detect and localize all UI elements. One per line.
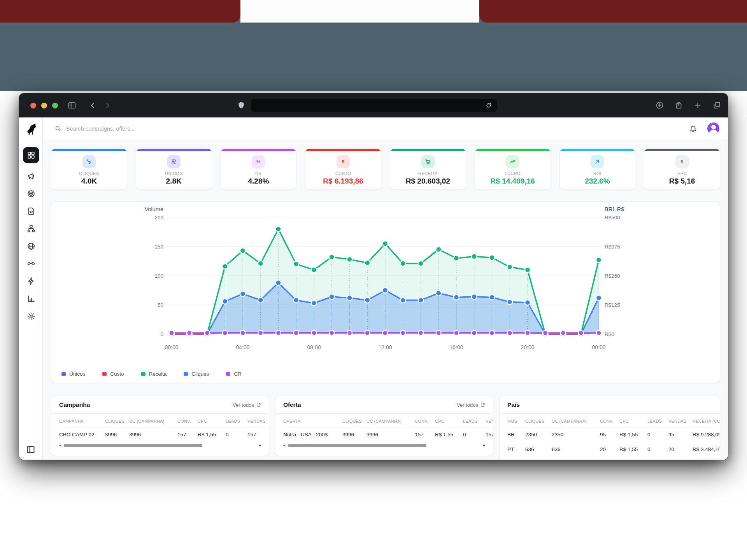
cliques-point[interactable]: [293, 298, 299, 303]
share-icon[interactable]: [675, 101, 683, 109]
cr-point[interactable]: [525, 331, 530, 336]
cliques-point[interactable]: [525, 300, 530, 305]
campanha-see-all-link[interactable]: Ver todos: [233, 402, 261, 408]
scrollbar-thumb[interactable]: [64, 444, 202, 447]
zoom-window-button[interactable]: [52, 103, 58, 108]
receita-point[interactable]: [436, 247, 441, 252]
receita-point[interactable]: [418, 261, 424, 266]
cr-point[interactable]: [507, 331, 512, 336]
receita-point[interactable]: [347, 257, 352, 262]
cliques-point[interactable]: [311, 301, 317, 306]
sidebar-item-file-code[interactable]: [26, 206, 36, 216]
cr-point[interactable]: [454, 331, 459, 336]
cr-point[interactable]: [365, 331, 370, 336]
cliques-point[interactable]: [507, 299, 512, 305]
sidebar-item-bolt[interactable]: [26, 276, 36, 286]
sidebar-item-dashboard[interactable]: [23, 147, 39, 163]
oferta-see-all-link[interactable]: Ver todos: [457, 402, 485, 408]
cr-point[interactable]: [258, 331, 263, 336]
user-avatar[interactable]: [707, 122, 719, 135]
cliques-point[interactable]: [276, 280, 281, 285]
sidebar-item-bar-chart[interactable]: [26, 294, 36, 303]
sidebar-item-settings[interactable]: [26, 312, 36, 321]
legend-item-cr[interactable]: CR: [226, 371, 242, 377]
receita-point[interactable]: [258, 261, 263, 266]
cr-point[interactable]: [400, 331, 405, 336]
cr-point[interactable]: [240, 331, 245, 336]
legend-item-receita[interactable]: Receita: [141, 371, 167, 377]
sidebar-item-link[interactable]: [26, 259, 36, 268]
close-window-button[interactable]: [30, 103, 36, 108]
receita-point[interactable]: [293, 261, 299, 267]
legend-item-custo[interactable]: Custo: [102, 371, 124, 377]
cliques-point[interactable]: [400, 298, 406, 303]
cr-point[interactable]: [436, 331, 441, 336]
notifications-bell-icon[interactable]: [689, 124, 697, 133]
cr-point[interactable]: [329, 331, 334, 336]
cr-point[interactable]: [543, 331, 548, 336]
receita-point[interactable]: [454, 256, 459, 261]
scroll-right-arrow[interactable]: ▸: [259, 443, 261, 447]
cliques-point[interactable]: [489, 295, 495, 300]
cliques-point[interactable]: [382, 288, 388, 293]
cliques-point[interactable]: [222, 299, 228, 304]
new-tab-icon[interactable]: [694, 101, 702, 109]
back-icon[interactable]: [88, 101, 97, 110]
scroll-left-arrow[interactable]: ◂: [283, 443, 285, 447]
cliques-point[interactable]: [436, 290, 441, 296]
cr-point[interactable]: [383, 331, 388, 336]
sidebar-toggle-icon[interactable]: [68, 101, 76, 110]
scrollbar-track[interactable]: [288, 444, 480, 447]
cliques-point[interactable]: [418, 298, 424, 303]
cr-point[interactable]: [312, 331, 317, 336]
receita-point[interactable]: [489, 255, 495, 261]
sidebar-item-target[interactable]: [26, 189, 36, 198]
minimize-window-button[interactable]: [41, 103, 47, 108]
cr-point[interactable]: [347, 331, 352, 336]
cr-point[interactable]: [579, 331, 584, 336]
receita-point[interactable]: [311, 267, 317, 273]
scrollbar-thumb[interactable]: [288, 444, 426, 447]
url-bar[interactable]: [251, 99, 497, 112]
search-input[interactable]: [66, 126, 230, 132]
cr-point[interactable]: [205, 331, 210, 336]
legend-item-nicos[interactable]: Únicos: [61, 371, 85, 377]
scroll-right-arrow[interactable]: ▸: [483, 443, 485, 447]
cr-point[interactable]: [418, 331, 423, 336]
receita-point[interactable]: [472, 254, 477, 259]
cliques-point[interactable]: [472, 294, 477, 299]
cr-point[interactable]: [561, 331, 566, 336]
cliques-point[interactable]: [365, 298, 370, 303]
tabs-overview-icon[interactable]: [713, 101, 721, 109]
download-icon[interactable]: [656, 101, 664, 109]
forward-icon[interactable]: [103, 101, 112, 110]
receita-point[interactable]: [400, 261, 406, 266]
cliques-point[interactable]: [240, 291, 245, 297]
receita-point[interactable]: [222, 264, 228, 269]
cr-point[interactable]: [472, 331, 477, 336]
panel-toggle-icon[interactable]: [26, 445, 35, 454]
cr-point[interactable]: [223, 331, 228, 336]
receita-point[interactable]: [240, 248, 245, 254]
legend-item-cliques[interactable]: Cliques: [184, 371, 209, 377]
receita-point[interactable]: [525, 267, 530, 273]
cr-point[interactable]: [294, 331, 299, 336]
cr-point[interactable]: [187, 331, 192, 336]
cr-point[interactable]: [276, 331, 281, 336]
shield-icon[interactable]: [237, 101, 245, 110]
reload-icon[interactable]: [485, 102, 492, 109]
sidebar-item-globe[interactable]: [26, 242, 36, 251]
cliques-point[interactable]: [454, 295, 459, 300]
sidebar-item-sitemap[interactable]: [26, 224, 36, 233]
receita-point[interactable]: [596, 257, 601, 263]
cliques-point[interactable]: [258, 298, 263, 303]
cliques-point[interactable]: [329, 294, 335, 299]
cr-point[interactable]: [169, 331, 174, 336]
scroll-left-arrow[interactable]: ◂: [59, 443, 61, 447]
receita-point[interactable]: [365, 260, 370, 266]
scrollbar-track[interactable]: [64, 444, 256, 447]
receita-point[interactable]: [382, 241, 388, 247]
cliques-point[interactable]: [596, 295, 601, 301]
sidebar-item-megaphone[interactable]: [26, 172, 36, 181]
receita-point[interactable]: [276, 226, 281, 232]
